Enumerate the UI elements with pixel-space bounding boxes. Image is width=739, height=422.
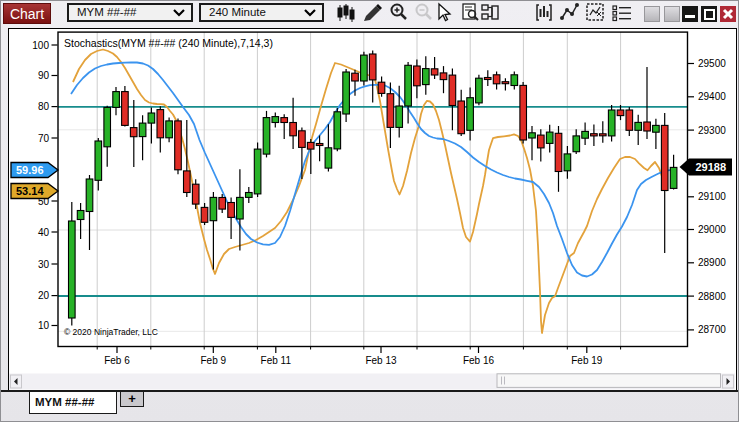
svg-text:40: 40	[38, 227, 50, 238]
svg-text:29000: 29000	[698, 224, 726, 235]
svg-text:28900: 28900	[698, 257, 726, 268]
svg-text:29188: 29188	[696, 161, 727, 173]
svg-text:29100: 29100	[698, 191, 726, 202]
svg-text:80: 80	[38, 101, 50, 112]
svg-text:Feb 9: Feb 9	[201, 355, 227, 366]
svg-text:20: 20	[38, 290, 50, 301]
svg-text:© 2020 NinjaTrader, LLC: © 2020 NinjaTrader, LLC	[64, 327, 158, 337]
svg-text:28800: 28800	[698, 291, 726, 302]
svg-text:59.96: 59.96	[16, 164, 44, 176]
svg-text:90: 90	[38, 70, 50, 81]
svg-text:29500: 29500	[698, 58, 726, 69]
svg-text:53.14: 53.14	[16, 185, 44, 197]
svg-text:Feb 16: Feb 16	[463, 355, 495, 366]
svg-text:Feb 11: Feb 11	[261, 355, 292, 366]
svg-text:29400: 29400	[698, 91, 726, 102]
svg-text:70: 70	[38, 133, 50, 144]
svg-text:30: 30	[38, 259, 50, 270]
svg-text:Stochastics(MYM ##-## (240 Min: Stochastics(MYM ##-## (240 Minute),7,14,…	[64, 37, 273, 49]
svg-text:Feb 13: Feb 13	[365, 355, 397, 366]
svg-text:10: 10	[38, 320, 50, 331]
svg-text:100: 100	[32, 40, 49, 51]
svg-text:Feb 6: Feb 6	[104, 355, 130, 366]
svg-text:28700: 28700	[698, 324, 726, 335]
svg-text:29300: 29300	[698, 125, 726, 136]
svg-text:Feb 19: Feb 19	[571, 355, 603, 366]
